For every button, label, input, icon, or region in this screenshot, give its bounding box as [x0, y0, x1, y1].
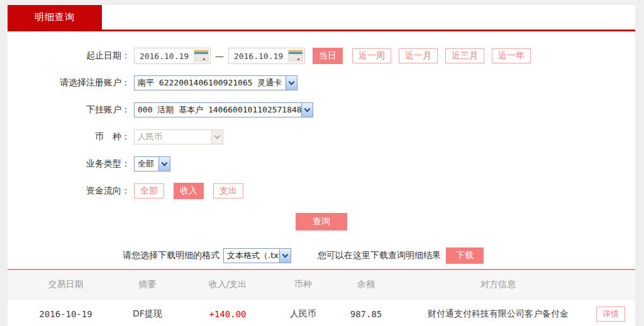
fund-flow-income-button[interactable]: 收入: [174, 183, 204, 199]
tab-bar: 明细查询: [8, 5, 635, 31]
table-row: 2016-10-19 DF提现 +140.00 人民币 987.85 财付通支付…: [8, 300, 635, 326]
registered-account-label: 请选择注册账户：: [8, 77, 130, 89]
download-row: 请您选择下载明细的格式 文本格式（.txt） 您可以在这里下载查询明细结果 下载: [8, 247, 635, 264]
calendar-icon[interactable]: [288, 50, 303, 62]
quick-year-button[interactable]: 近一年: [492, 48, 531, 63]
download-format-label: 请您选择下载明细的格式: [123, 250, 219, 261]
fund-flow-label: 资金流向：: [8, 185, 130, 197]
cell-counterparty: 财付通支付科技有限公司客户备付金: [410, 300, 586, 326]
cell-amount: +140.00: [171, 300, 284, 326]
registered-account-select[interactable]: 南平 6222001406100921065 灵通卡: [134, 75, 297, 90]
currency-select: 人民币: [134, 129, 223, 144]
cell-balance: 987.85: [322, 300, 410, 326]
query-button[interactable]: 查询: [296, 213, 347, 231]
query-form: 起止日期： 2016.10.19 — 2016.10.19 当日 近一周: [8, 31, 635, 264]
fund-flow-row: 资金流向： 全部 收入 支出: [8, 183, 635, 199]
tab-detail-query-label: 明细查询: [35, 11, 75, 23]
results-table-section: 交易日期 摘要 收入/支出 币种 余额 对方信息 2016-10-19 DF提现…: [8, 269, 635, 326]
header-amount: 收入/支出: [171, 270, 284, 300]
header-summary: 摘要: [124, 270, 171, 300]
end-date-value: 2016.10.19: [229, 52, 288, 61]
sub-account-select[interactable]: 000 活期 基本户 1406600101102571848: [134, 102, 313, 117]
calendar-icon[interactable]: [194, 50, 209, 62]
currency-row: 币 种： 人民币: [8, 129, 635, 145]
end-date-input[interactable]: 2016.10.19: [228, 48, 305, 64]
header-counterparty: 对方信息: [410, 270, 586, 300]
chevron-down-icon[interactable]: [158, 157, 170, 171]
sub-account-row: 下挂账户： 000 活期 基本户 1406600101102571848: [8, 102, 635, 118]
start-date-value: 2016.10.19: [135, 52, 194, 61]
quick-month-button[interactable]: 近一月: [399, 48, 438, 63]
business-type-label: 业务类型：: [8, 158, 130, 170]
sub-account-label: 下挂账户：: [8, 104, 130, 116]
registered-account-row: 请选择注册账户： 南平 6222001406100921065 灵通卡: [8, 75, 635, 91]
date-range-row: 起止日期： 2016.10.19 — 2016.10.19 当日 近一周: [8, 48, 635, 64]
quick-quarter-button[interactable]: 近三月: [445, 48, 484, 63]
chevron-down-icon[interactable]: [301, 103, 313, 117]
cell-date: 2016-10-19: [8, 300, 124, 326]
header-balance: 余额: [322, 270, 410, 300]
results-table: 交易日期 摘要 收入/支出 币种 余额 对方信息 2016-10-19 DF提现…: [8, 270, 635, 326]
date-range-label: 起止日期：: [8, 50, 130, 62]
cell-currency: 人民币: [284, 300, 322, 326]
start-date-input[interactable]: 2016.10.19: [134, 48, 211, 64]
business-type-select[interactable]: 全部: [134, 156, 170, 171]
fund-flow-all-button[interactable]: 全部: [134, 183, 164, 198]
chevron-down-icon[interactable]: [286, 76, 297, 90]
currency-value: 人民币: [135, 131, 211, 143]
sub-account-value: 000 活期 基本户 1406600101102571848: [135, 104, 301, 116]
registered-account-value: 南平 6222001406100921065 灵通卡: [135, 77, 286, 89]
fund-flow-expense-button[interactable]: 支出: [213, 183, 243, 198]
main-panel: 明细查询 起止日期： 2016.10.19 — 2016.10.19: [8, 5, 635, 326]
business-type-value: 全部: [135, 158, 158, 170]
quick-week-button[interactable]: 近一周: [352, 48, 391, 63]
business-type-row: 业务类型： 全部: [8, 156, 635, 172]
header-action: [586, 270, 635, 300]
table-header-row: 交易日期 摘要 收入/支出 币种 余额 对方信息: [8, 270, 635, 300]
cell-summary: DF提现: [124, 300, 171, 326]
currency-label: 币 种：: [8, 131, 130, 143]
tab-detail-query[interactable]: 明细查询: [8, 5, 102, 30]
header-currency: 币种: [284, 270, 322, 300]
chevron-down-icon[interactable]: [279, 249, 291, 263]
quick-today-button[interactable]: 当日: [313, 48, 343, 64]
detail-button[interactable]: 详情: [596, 307, 625, 322]
download-format-select[interactable]: 文本格式（.txt）: [223, 248, 291, 263]
date-range-dash: —: [215, 51, 224, 61]
download-format-value: 文本格式（.txt）: [224, 250, 279, 261]
download-hint: 您可以在这里下载查询明细结果: [318, 250, 441, 261]
download-button[interactable]: 下载: [446, 247, 484, 264]
header-date: 交易日期: [8, 270, 124, 300]
chevron-down-icon: [211, 130, 223, 144]
